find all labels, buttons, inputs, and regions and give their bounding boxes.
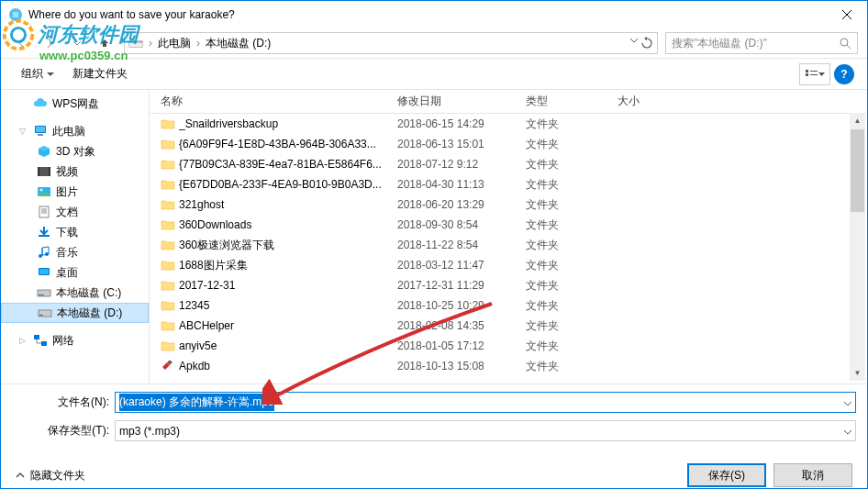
sidebar-thispc[interactable]: ▽此电脑 [1, 121, 149, 141]
folder-icon [161, 137, 179, 151]
folder-icon [161, 157, 179, 172]
close-button[interactable] [826, 1, 867, 28]
svg-rect-15 [49, 167, 50, 176]
folder-icon [161, 359, 179, 373]
hide-folders-button[interactable]: 隐藏文件夹 [16, 468, 85, 483]
app-icon [8, 7, 23, 22]
column-name[interactable]: 名称 [161, 94, 397, 109]
column-type[interactable]: 类型 [526, 94, 618, 109]
drive-d-icon [38, 306, 52, 319]
drive-c-icon [37, 286, 51, 299]
sidebar-wps[interactable]: WPS网盘 [1, 94, 149, 114]
music-icon [37, 246, 51, 259]
breadcrumb-bar[interactable]: › 此电脑 › 本地磁盘 (D:) [124, 32, 658, 54]
file-row[interactable]: {E67DD0BA-233F-4EA9-B010-9B0A3D...2018-0… [150, 174, 867, 194]
sidebar-item-documents[interactable]: 文档 [1, 202, 149, 222]
breadcrumb-drive-d[interactable]: 本地磁盘 (D:) [204, 36, 273, 51]
network-icon [33, 334, 48, 347]
file-row[interactable]: {6A09F9F4-1E8D-43BA-964B-306A33...2018-0… [150, 134, 867, 154]
pc-icon [33, 125, 48, 138]
forward-button[interactable] [38, 31, 61, 55]
footer-bar: 隐藏文件夹 保存(S) 取消 [1, 456, 867, 489]
sidebar-item-desktop[interactable]: 桌面 [1, 262, 149, 283]
recent-dropdown[interactable] [65, 31, 89, 55]
search-icon [840, 38, 851, 50]
scroll-up-icon[interactable]: ▲ [850, 113, 865, 128]
folder-icon [161, 278, 179, 293]
svg-rect-24 [39, 295, 44, 295]
sidebar-item-videos[interactable]: 视频 [1, 161, 149, 182]
save-button[interactable]: 保存(S) [687, 463, 766, 487]
file-row[interactable]: Apkdb2018-10-13 15:08文件夹 [150, 356, 867, 376]
file-row[interactable]: anyiv5e2018-01-05 17:12文件夹 [150, 336, 867, 356]
folder-icon [161, 177, 179, 192]
sidebar-item-3d[interactable]: 3D 对象 [1, 141, 149, 161]
svg-rect-6 [806, 70, 808, 72]
file-row[interactable]: _Snaildriversbackup2018-06-15 14:29文件夹 [150, 114, 867, 134]
video-icon [37, 165, 51, 178]
sidebar-item-downloads[interactable]: 下载 [1, 222, 149, 242]
file-row[interactable]: 360Downloads2018-09-30 8:54文件夹 [150, 215, 867, 235]
scrollbar-thumb[interactable] [851, 129, 864, 212]
svg-rect-12 [38, 134, 43, 136]
svg-rect-13 [38, 167, 50, 176]
breadcrumb-thispc[interactable]: 此电脑 [156, 36, 193, 51]
cloud-icon [33, 97, 48, 110]
sidebar-network[interactable]: ▷网络 [1, 330, 149, 350]
sidebar-item-music[interactable]: 音乐 [1, 242, 149, 262]
window-title: Where do you want to save your karaoke? [28, 8, 826, 21]
svg-rect-14 [38, 167, 39, 176]
refresh-icon[interactable] [640, 37, 653, 50]
help-button[interactable]: ? [834, 64, 854, 84]
svg-rect-9 [810, 74, 818, 75]
search-input[interactable]: 搜索"本地磁盘 (D:)" [665, 32, 858, 54]
up-button[interactable] [93, 31, 117, 55]
column-size[interactable]: 大小 [618, 94, 867, 109]
breadcrumb-dropdown-icon[interactable] [629, 37, 639, 44]
sidebar-item-drive-c[interactable]: 本地磁盘 (C:) [1, 283, 149, 303]
filename-label: 文件名(N): [12, 395, 115, 410]
titlebar: Where do you want to save your karaoke? [1, 1, 867, 28]
folder-icon [161, 197, 179, 212]
svg-rect-26 [39, 315, 43, 316]
svg-point-19 [39, 254, 42, 258]
file-row[interactable]: 123452018-10-25 10:29文件夹 [150, 295, 867, 316]
svg-rect-11 [36, 127, 45, 132]
svg-rect-7 [806, 73, 808, 76]
cube-icon [37, 145, 51, 158]
file-row[interactable]: 2017-12-312017-12-31 11:29文件夹 [150, 275, 867, 295]
column-date[interactable]: 修改日期 [397, 94, 526, 109]
close-icon [842, 10, 851, 19]
folder-icon [161, 238, 179, 252]
column-headers[interactable]: 名称 修改日期 类型 大小 [150, 90, 867, 114]
folder-icon [161, 217, 179, 232]
vertical-scrollbar[interactable]: ▲ ▼ [850, 113, 865, 381]
svg-point-17 [40, 189, 43, 192]
file-row[interactable]: 321ghost2018-06-20 13:29文件夹 [150, 194, 867, 215]
filename-input[interactable]: (karaoke) 多余的解释-许嵩.mp3 [115, 392, 856, 413]
file-list: 名称 修改日期 类型 大小 _Snaildriversbackup2018-06… [150, 90, 867, 383]
organize-menu[interactable]: 组织 [14, 62, 61, 85]
sidebar-item-drive-d[interactable]: 本地磁盘 (D:) [1, 303, 149, 323]
cancel-button[interactable]: 取消 [773, 463, 852, 487]
svg-point-20 [45, 252, 49, 256]
svg-rect-28 [41, 341, 47, 346]
folder-icon [161, 339, 179, 353]
chevron-up-icon [16, 471, 25, 480]
picture-icon [37, 185, 51, 198]
file-row[interactable]: 1688图片采集2018-03-12 11:47文件夹 [150, 255, 867, 275]
file-row[interactable]: ABCHelper2018-02-08 14:35文件夹 [150, 316, 867, 336]
file-row[interactable]: 360极速浏览器下载2018-11-22 8:54文件夹 [150, 235, 867, 255]
back-button[interactable] [10, 31, 34, 55]
file-row[interactable]: {77B09C3A-839E-4ea7-81BA-E5864F6...2018-… [150, 154, 867, 174]
view-mode-button[interactable] [799, 63, 830, 85]
folder-icon [161, 117, 179, 131]
new-folder-button[interactable]: 新建文件夹 [65, 62, 135, 85]
filetype-select[interactable]: mp3 (*.mp3) [115, 420, 856, 441]
sidebar-item-pictures[interactable]: 图片 [1, 182, 149, 202]
folder-icon [161, 298, 179, 313]
folder-icon [161, 318, 179, 333]
toolbar: 组织 新建文件夹 ? [1, 59, 867, 90]
svg-rect-22 [39, 269, 49, 274]
scroll-down-icon[interactable]: ▼ [850, 365, 865, 381]
